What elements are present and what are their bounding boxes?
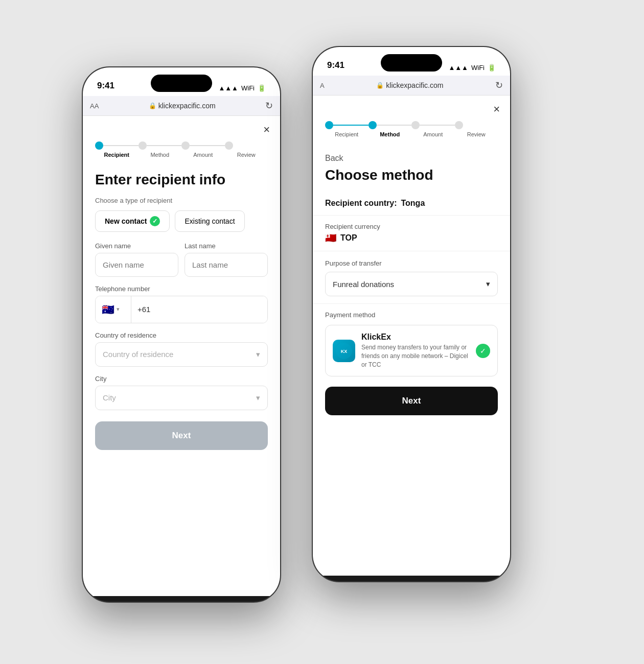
phone-input-row: 🇦🇺 ▾: [95, 296, 268, 323]
purpose-dropdown[interactable]: Funreal donations ▾: [325, 272, 498, 296]
step-dot-method-right: [369, 121, 377, 129]
check-icon-new: ✓: [150, 216, 160, 226]
city-label: City: [95, 375, 268, 383]
payment-method-label: Payment method: [325, 311, 498, 319]
step-method-right: Method: [369, 121, 412, 137]
currency-code: TOP: [340, 233, 357, 243]
existing-contact-button[interactable]: Existing contact: [175, 210, 244, 232]
browser-url-right: 🔒 klickexpacific.com: [376, 81, 443, 89]
svg-text:KX: KX: [341, 349, 348, 354]
signal-icon-right: ▲▲▲: [448, 64, 468, 72]
battery-icon-left: 🔋: [258, 84, 266, 92]
given-name-group: Given name: [95, 242, 178, 277]
form-left: Enter recipient info Choose a type of re…: [83, 166, 280, 410]
step-dot-review-left: [225, 141, 233, 150]
country-label: Country of residence: [95, 331, 268, 339]
step-dot-review-right: [455, 121, 463, 129]
telephone-label: Telephone number: [95, 285, 268, 293]
step-review-left: Review: [225, 141, 268, 158]
recipient-currency-value: 🇹🇴 TOP: [325, 232, 498, 244]
step-review-right: Review: [455, 121, 498, 137]
time-left: 9:41: [97, 81, 114, 92]
step-method-left: Method: [139, 141, 182, 158]
toggle-group-left: New contact ✓ Existing contact: [95, 210, 268, 232]
name-fields: Given name Last name: [95, 242, 268, 277]
existing-contact-label: Existing contact: [185, 217, 235, 225]
wifi-icon-left: WiFi: [241, 84, 255, 92]
battery-icon-right: 🔋: [488, 64, 496, 72]
url-text-left: klickexpacific.com: [158, 102, 216, 110]
given-name-label: Given name: [95, 242, 178, 250]
new-contact-button[interactable]: New contact ✓: [95, 210, 170, 232]
browser-bar-left: AA 🔒 klickexpacific.com ↻: [83, 96, 280, 116]
browser-bar-right: A 🔒 klickexpacific.com ↻: [313, 76, 510, 96]
step-line-1-right: [333, 125, 369, 126]
purpose-chevron-icon: ▾: [486, 279, 490, 289]
given-name-input[interactable]: [95, 253, 178, 277]
step-recipient-right: Recipient: [325, 121, 369, 137]
url-text-right: klickexpacific.com: [386, 81, 443, 89]
payment-check-icon: ✓: [476, 344, 490, 358]
choose-method-title: Choose method: [313, 167, 510, 192]
lock-icon-left: 🔒: [149, 102, 156, 109]
step-line-3-left: [190, 145, 225, 146]
last-name-label: Last name: [185, 242, 268, 250]
steps-right: Recipient Method Amount: [313, 96, 510, 146]
signal-icon-left: ▲▲▲: [218, 84, 238, 92]
step-label-amount-left: Amount: [193, 152, 213, 158]
payment-name: KlickEx: [361, 333, 470, 342]
back-button[interactable]: Back: [313, 146, 510, 167]
wifi-icon-right: WiFi: [471, 64, 485, 72]
step-label-recipient-left: Recipient: [104, 152, 129, 158]
flag-selector[interactable]: 🇦🇺 ▾: [96, 296, 131, 323]
refresh-icon-left[interactable]: ↻: [265, 100, 273, 111]
new-contact-label: New contact: [105, 217, 147, 225]
step-dot-amount-left: [181, 141, 190, 150]
city-placeholder: City: [103, 393, 116, 402]
recipient-country-label: Recipient country:: [325, 199, 397, 208]
purpose-row: Purpose of transfer Funreal donations ▾: [313, 251, 510, 304]
recipient-country-row: Recipient country: Tonga: [313, 192, 510, 216]
time-right: 9:41: [327, 60, 344, 72]
last-name-input[interactable]: [185, 253, 268, 277]
next-button-right[interactable]: Next: [325, 387, 498, 415]
step-amount-left: Amount: [181, 141, 225, 158]
phone-number-input[interactable]: [131, 296, 267, 323]
city-chevron-icon: ▾: [256, 393, 260, 402]
klickex-logo: KX: [333, 340, 355, 362]
step-label-amount-right: Amount: [423, 131, 443, 137]
screen-right: × Recipient Method: [313, 96, 510, 576]
step-recipient-left: Recipient: [95, 141, 139, 158]
browser-url-left: 🔒 klickexpacific.com: [149, 102, 216, 110]
phone-flag: 🇦🇺: [102, 303, 114, 316]
recipient-currency-label: Recipient currency: [325, 223, 498, 230]
lock-icon-right: 🔒: [376, 82, 384, 89]
next-button-left[interactable]: Next: [95, 421, 268, 450]
payment-option-klickex[interactable]: KX KlickEx Send money transfers to your …: [325, 325, 498, 376]
last-name-group: Last name: [185, 242, 268, 277]
step-dot-amount-right: [411, 121, 420, 129]
payment-method-section: Payment method KX KlickEx Send money tra…: [313, 304, 510, 384]
close-button-left[interactable]: ×: [263, 123, 270, 136]
phone-right: 9:41 ▲▲▲ WiFi 🔋 A 🔒 klickexpacific.com ↻…: [312, 46, 511, 582]
close-button-right[interactable]: ×: [493, 103, 500, 116]
klickex-svg: KX: [335, 342, 353, 360]
step-dot-recipient-right: [325, 121, 333, 129]
page-title-left: Enter recipient info: [95, 171, 268, 188]
screen-left: × Recipient Method: [83, 116, 280, 596]
refresh-icon-right[interactable]: ↻: [495, 80, 503, 91]
browser-aa-right: A: [320, 82, 325, 89]
dynamic-island-left: [151, 75, 212, 92]
browser-aa-left: AA: [90, 102, 99, 110]
recipient-country-value: Recipient country: Tonga: [325, 199, 498, 208]
payment-text: KlickEx Send money transfers to your fam…: [361, 333, 470, 369]
city-dropdown[interactable]: City ▾: [95, 386, 268, 410]
step-line-3-right: [420, 125, 455, 126]
step-label-review-right: Review: [467, 131, 486, 137]
currency-flag: 🇹🇴: [325, 232, 336, 244]
step-label-review-left: Review: [237, 152, 256, 158]
section-label-left: Choose a type of recipient: [95, 197, 268, 204]
step-line-2-left: [147, 145, 182, 146]
country-group: Country of residence: [95, 331, 268, 342]
country-dropdown[interactable]: Country of residence ▾: [95, 342, 268, 367]
